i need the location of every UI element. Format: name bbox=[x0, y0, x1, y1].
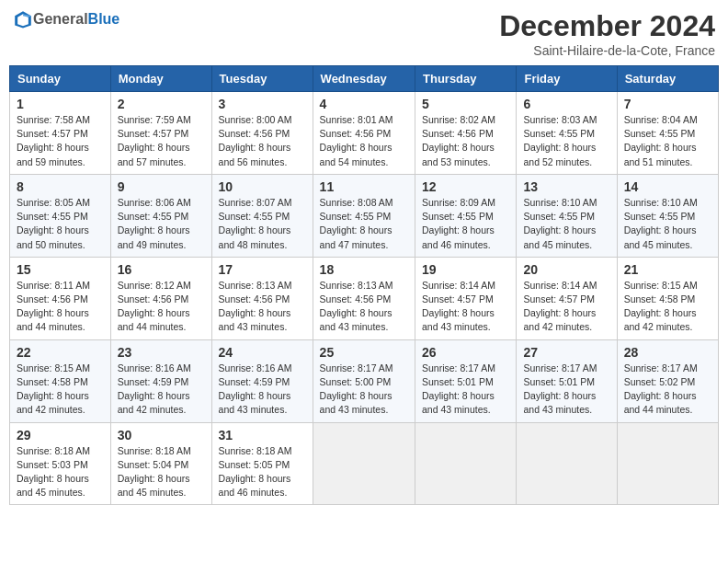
day-info: Sunrise: 8:11 AMSunset: 4:56 PMDaylight:… bbox=[17, 279, 104, 335]
day-number: 13 bbox=[523, 179, 609, 194]
day-number: 15 bbox=[17, 262, 104, 277]
day-number: 1 bbox=[17, 97, 104, 111]
day-info: Sunrise: 8:01 AMSunset: 4:56 PMDaylight:… bbox=[320, 113, 408, 169]
day-number: 22 bbox=[17, 345, 104, 360]
calendar-cell: 21Sunrise: 8:15 AMSunset: 4:58 PMDayligh… bbox=[617, 257, 718, 339]
day-info: Sunrise: 8:18 AMSunset: 5:05 PMDaylight:… bbox=[219, 444, 306, 500]
day-number: 3 bbox=[219, 97, 306, 111]
calendar-cell: 26Sunrise: 8:17 AMSunset: 5:01 PMDayligh… bbox=[415, 339, 517, 422]
day-number: 6 bbox=[523, 97, 609, 111]
day-info: Sunrise: 8:18 AMSunset: 5:03 PMDaylight:… bbox=[17, 444, 104, 500]
day-info: Sunrise: 8:06 AMSunset: 4:55 PMDaylight:… bbox=[118, 196, 205, 252]
day-number: 2 bbox=[118, 97, 205, 111]
calendar-header-friday: Friday bbox=[517, 66, 617, 92]
day-info: Sunrise: 8:13 AMSunset: 4:56 PMDaylight:… bbox=[219, 279, 306, 335]
calendar-cell: 29Sunrise: 8:18 AMSunset: 5:03 PMDayligh… bbox=[10, 422, 111, 505]
day-number: 5 bbox=[422, 97, 509, 111]
logo: GeneralBlue bbox=[13, 9, 119, 29]
day-number: 30 bbox=[118, 428, 205, 442]
day-number: 20 bbox=[523, 262, 609, 277]
calendar-cell: 9Sunrise: 8:06 AMSunset: 4:55 PMDaylight… bbox=[110, 174, 211, 257]
day-info: Sunrise: 8:14 AMSunset: 4:57 PMDaylight:… bbox=[422, 279, 509, 335]
calendar-cell: 16Sunrise: 8:12 AMSunset: 4:56 PMDayligh… bbox=[110, 257, 211, 339]
day-info: Sunrise: 8:00 AMSunset: 4:56 PMDaylight:… bbox=[219, 113, 306, 169]
calendar-cell: 2Sunrise: 7:59 AMSunset: 4:57 PMDaylight… bbox=[110, 92, 211, 175]
calendar-cell: 27Sunrise: 8:17 AMSunset: 5:01 PMDayligh… bbox=[517, 339, 617, 422]
calendar-cell: 22Sunrise: 8:15 AMSunset: 4:58 PMDayligh… bbox=[10, 339, 111, 422]
day-info: Sunrise: 8:09 AMSunset: 4:55 PMDaylight:… bbox=[422, 196, 509, 252]
calendar-cell: 19Sunrise: 8:14 AMSunset: 4:57 PMDayligh… bbox=[415, 257, 517, 339]
calendar-cell: 13Sunrise: 8:10 AMSunset: 4:55 PMDayligh… bbox=[517, 174, 617, 257]
day-info: Sunrise: 8:04 AMSunset: 4:55 PMDaylight:… bbox=[624, 113, 711, 169]
calendar-cell: 28Sunrise: 8:17 AMSunset: 5:02 PMDayligh… bbox=[617, 339, 718, 422]
calendar-cell: 24Sunrise: 8:16 AMSunset: 4:59 PMDayligh… bbox=[211, 339, 313, 422]
day-info: Sunrise: 8:08 AMSunset: 4:55 PMDaylight:… bbox=[320, 196, 408, 252]
day-number: 28 bbox=[624, 345, 711, 360]
month-title: December 2024 bbox=[499, 9, 715, 43]
calendar-cell: 17Sunrise: 8:13 AMSunset: 4:56 PMDayligh… bbox=[211, 257, 313, 339]
calendar-week-3: 15Sunrise: 8:11 AMSunset: 4:56 PMDayligh… bbox=[10, 257, 719, 339]
day-number: 23 bbox=[118, 345, 205, 360]
calendar-cell: 14Sunrise: 8:10 AMSunset: 4:55 PMDayligh… bbox=[617, 174, 718, 257]
day-number: 8 bbox=[17, 179, 104, 194]
day-number: 14 bbox=[624, 179, 711, 194]
page-header: GeneralBlue December 2024 Saint-Hilaire-… bbox=[9, 9, 719, 58]
calendar-cell: 30Sunrise: 8:18 AMSunset: 5:04 PMDayligh… bbox=[110, 422, 211, 505]
calendar-cell: 11Sunrise: 8:08 AMSunset: 4:55 PMDayligh… bbox=[313, 174, 415, 257]
day-number: 17 bbox=[219, 262, 306, 277]
logo-general-text: General bbox=[33, 11, 88, 28]
day-info: Sunrise: 8:17 AMSunset: 5:02 PMDaylight:… bbox=[624, 362, 711, 418]
day-info: Sunrise: 7:58 AMSunset: 4:57 PMDaylight:… bbox=[17, 113, 104, 169]
calendar-week-5: 29Sunrise: 8:18 AMSunset: 5:03 PMDayligh… bbox=[10, 422, 719, 505]
calendar-cell: 7Sunrise: 8:04 AMSunset: 4:55 PMDaylight… bbox=[617, 92, 718, 175]
day-number: 9 bbox=[118, 179, 205, 194]
calendar-cell: 1Sunrise: 7:58 AMSunset: 4:57 PMDaylight… bbox=[10, 92, 111, 175]
calendar-cell: 25Sunrise: 8:17 AMSunset: 5:00 PMDayligh… bbox=[313, 339, 415, 422]
day-number: 10 bbox=[219, 179, 306, 194]
day-info: Sunrise: 8:10 AMSunset: 4:55 PMDaylight:… bbox=[624, 196, 711, 252]
day-number: 26 bbox=[422, 345, 509, 360]
calendar-cell bbox=[617, 422, 718, 505]
day-info: Sunrise: 8:12 AMSunset: 4:56 PMDaylight:… bbox=[118, 279, 205, 335]
calendar-cell: 23Sunrise: 8:16 AMSunset: 4:59 PMDayligh… bbox=[110, 339, 211, 422]
calendar-cell: 4Sunrise: 8:01 AMSunset: 4:56 PMDaylight… bbox=[313, 92, 415, 175]
day-info: Sunrise: 8:18 AMSunset: 5:04 PMDaylight:… bbox=[118, 444, 205, 500]
day-info: Sunrise: 8:02 AMSunset: 4:56 PMDaylight:… bbox=[422, 113, 509, 169]
logo-blue-text: Blue bbox=[88, 11, 120, 28]
calendar-cell: 8Sunrise: 8:05 AMSunset: 4:55 PMDaylight… bbox=[10, 174, 111, 257]
day-number: 11 bbox=[320, 179, 408, 194]
day-info: Sunrise: 8:17 AMSunset: 5:01 PMDaylight:… bbox=[523, 362, 609, 418]
day-number: 18 bbox=[320, 262, 408, 277]
day-number: 24 bbox=[219, 345, 306, 360]
day-number: 31 bbox=[219, 428, 306, 442]
day-number: 21 bbox=[624, 262, 711, 277]
calendar-cell: 12Sunrise: 8:09 AMSunset: 4:55 PMDayligh… bbox=[415, 174, 517, 257]
day-info: Sunrise: 8:17 AMSunset: 5:00 PMDaylight:… bbox=[320, 362, 408, 418]
calendar-cell: 20Sunrise: 8:14 AMSunset: 4:57 PMDayligh… bbox=[517, 257, 617, 339]
day-info: Sunrise: 8:10 AMSunset: 4:55 PMDaylight:… bbox=[523, 196, 609, 252]
calendar-header-saturday: Saturday bbox=[617, 66, 718, 92]
calendar-cell bbox=[517, 422, 617, 505]
day-number: 29 bbox=[17, 428, 104, 442]
day-info: Sunrise: 8:14 AMSunset: 4:57 PMDaylight:… bbox=[523, 279, 609, 335]
day-number: 7 bbox=[624, 97, 711, 111]
calendar-week-1: 1Sunrise: 7:58 AMSunset: 4:57 PMDaylight… bbox=[10, 92, 719, 175]
day-info: Sunrise: 8:05 AMSunset: 4:55 PMDaylight:… bbox=[17, 196, 104, 252]
calendar-table: SundayMondayTuesdayWednesdayThursdayFrid… bbox=[9, 65, 719, 505]
calendar-cell bbox=[313, 422, 415, 505]
day-number: 27 bbox=[523, 345, 609, 360]
calendar-cell bbox=[415, 422, 517, 505]
calendar-week-2: 8Sunrise: 8:05 AMSunset: 4:55 PMDaylight… bbox=[10, 174, 719, 257]
calendar-cell: 31Sunrise: 8:18 AMSunset: 5:05 PMDayligh… bbox=[211, 422, 313, 505]
calendar-cell: 6Sunrise: 8:03 AMSunset: 4:55 PMDaylight… bbox=[517, 92, 617, 175]
day-info: Sunrise: 8:07 AMSunset: 4:55 PMDaylight:… bbox=[219, 196, 306, 252]
day-info: Sunrise: 8:16 AMSunset: 4:59 PMDaylight:… bbox=[219, 362, 306, 418]
calendar-header-sunday: Sunday bbox=[10, 66, 111, 92]
day-info: Sunrise: 8:13 AMSunset: 4:56 PMDaylight:… bbox=[320, 279, 408, 335]
calendar-header-monday: Monday bbox=[110, 66, 211, 92]
calendar-header-tuesday: Tuesday bbox=[211, 66, 313, 92]
day-info: Sunrise: 8:15 AMSunset: 4:58 PMDaylight:… bbox=[624, 279, 711, 335]
day-number: 4 bbox=[320, 97, 408, 111]
day-info: Sunrise: 7:59 AMSunset: 4:57 PMDaylight:… bbox=[118, 113, 205, 169]
calendar-header-wednesday: Wednesday bbox=[313, 66, 415, 92]
